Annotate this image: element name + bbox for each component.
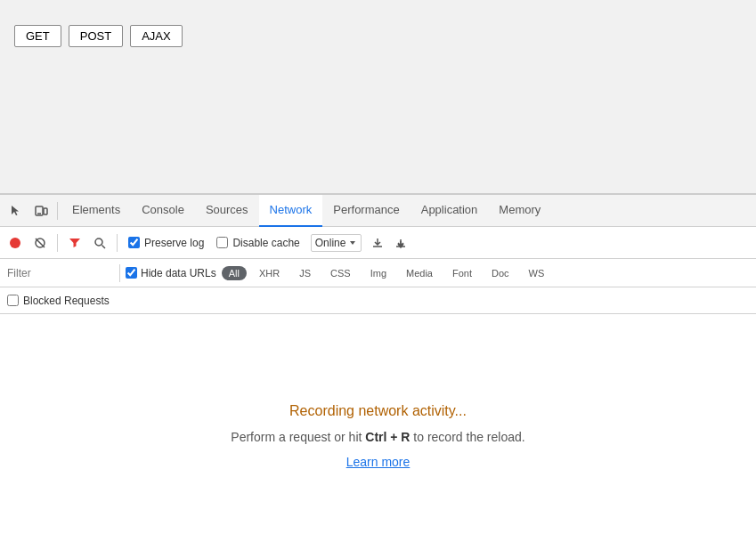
tab-sources[interactable]: Sources [195,195,259,227]
filter-chip-css[interactable]: CSS [323,266,358,280]
filter-row: Hide data URLs All XHR JS CSS Img Media … [0,259,756,287]
ajax-button[interactable]: AJAX [130,25,183,47]
export-har-button[interactable] [390,232,411,254]
tab-network[interactable]: Network [259,195,323,227]
tabs-row: Elements Console Sources Network Perform… [0,195,756,227]
network-throttle-select[interactable]: Online [311,234,362,252]
devtools-panel: Elements Console Sources Network Perform… [0,194,756,558]
hide-data-urls-checkbox[interactable] [126,267,137,279]
svg-rect-1 [44,208,47,214]
tab-elements[interactable]: Elements [61,195,131,227]
svg-point-3 [10,238,20,248]
filter-chip-media[interactable]: Media [399,266,440,280]
blocked-requests-checkbox[interactable] [7,295,19,306]
blocked-requests-label[interactable]: Blocked Requests [7,295,110,307]
svg-point-6 [95,239,102,246]
preserve-log-checkbox[interactable] [128,237,140,248]
learn-more-link[interactable]: Learn more [346,455,411,469]
get-button[interactable]: GET [14,25,61,47]
tab-application[interactable]: Application [411,195,489,227]
blocked-row: Blocked Requests [0,287,756,314]
filter-chip-doc[interactable]: Doc [484,266,516,280]
filter-chip-xhr[interactable]: XHR [252,266,287,280]
tab-memory[interactable]: Memory [488,195,551,227]
filter-chip-img[interactable]: Img [363,266,394,280]
toolbar-divider-1 [57,234,58,252]
filter-chip-font[interactable]: Font [445,266,479,280]
cursor-icon[interactable] [4,195,28,227]
tab-performance[interactable]: Performance [322,195,410,227]
perform-text: Perform a request or hit Ctrl + R to rec… [231,430,524,444]
main-content: Recording network activity... Perform a … [0,314,756,558]
filter-chip-all[interactable]: All [222,266,247,280]
recording-text: Recording network activity... [289,403,467,419]
import-har-button[interactable] [367,232,388,254]
toolbar-row: Preserve log Disable cache Online [0,227,756,259]
clear-button[interactable] [28,231,52,255]
post-button[interactable]: POST [69,25,123,47]
filter-button[interactable] [63,231,86,255]
record-button[interactable] [4,231,27,255]
search-button[interactable] [88,231,111,255]
disable-cache-label[interactable]: Disable cache [216,237,299,249]
filter-input[interactable] [7,267,114,279]
tab-console[interactable]: Console [131,195,195,227]
filter-chip-ws[interactable]: WS [522,266,552,280]
toolbar-divider-2 [117,234,118,252]
device-icon[interactable] [28,195,53,227]
request-buttons-container: GET POST AJAX [14,25,183,47]
filter-divider [119,264,120,282]
tab-divider [57,202,58,220]
svg-line-7 [102,245,106,248]
hide-data-urls-label[interactable]: Hide data URLs [126,267,216,279]
browser-top-area: GET POST AJAX [0,0,756,194]
preserve-log-label[interactable]: Preserve log [128,237,204,249]
disable-cache-checkbox[interactable] [216,237,228,248]
filter-chip-js[interactable]: JS [292,266,318,280]
